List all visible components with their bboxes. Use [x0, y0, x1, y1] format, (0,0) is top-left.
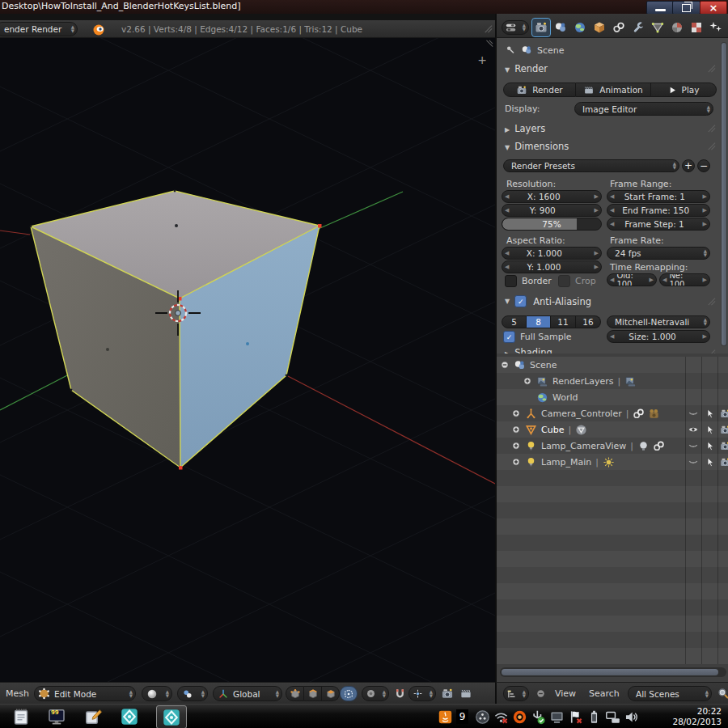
- orientation-select[interactable]: Global ▲▼: [213, 686, 282, 701]
- full-sample-checkbox[interactable]: ✓: [503, 331, 515, 343]
- outliner-item-renderlayers[interactable]: RenderLayers|: [497, 373, 728, 389]
- expander-minus-icon[interactable]: [500, 360, 510, 370]
- outliner-item-lamp_main[interactable]: Lamp_Main|: [497, 454, 728, 470]
- add-panel-handle[interactable]: +: [477, 54, 487, 66]
- animation-button[interactable]: Animation: [576, 83, 651, 97]
- tray-media-player-icon[interactable]: [475, 709, 490, 725]
- taskbar-app-blender[interactable]: [120, 707, 139, 726]
- pivot-select[interactable]: ▲▼: [177, 686, 208, 701]
- tray-network-icon[interactable]: [605, 709, 620, 725]
- resize-grip-icon[interactable]: [482, 23, 493, 33]
- opengl-render-icon[interactable]: [441, 688, 454, 700]
- crop-toggle[interactable]: Crop: [558, 275, 596, 287]
- layers-panel-grip-icon[interactable]: [705, 122, 716, 133]
- border-toggle[interactable]: Border: [505, 275, 552, 287]
- aa-samples-16-button[interactable]: 16: [576, 315, 601, 328]
- outliner-item-cube[interactable]: Cube|: [497, 421, 728, 438]
- aspect-x-field[interactable]: ◀X: 1.000▶: [502, 247, 602, 260]
- resolution-x-field[interactable]: ◀X: 1600▶: [502, 190, 602, 203]
- display-select[interactable]: Image Editor ▲▼: [574, 102, 713, 116]
- dimensions-panel-grip-icon[interactable]: [705, 140, 716, 150]
- full-sample-toggle[interactable]: ✓ Full Sample: [503, 331, 572, 343]
- minimize-button[interactable]: [646, 1, 675, 15]
- taskbar-clock[interactable]: 20:22 28/02/2013: [672, 706, 722, 727]
- aa-size-field[interactable]: ◀Size: 1.000▶: [607, 330, 710, 343]
- aa-filter-select[interactable]: Mitchell-Netravali ▲▼: [607, 315, 710, 328]
- breadcrumb[interactable]: Scene: [537, 45, 565, 56]
- layers-panel-header[interactable]: ▶Layers: [505, 123, 545, 134]
- render-presets-select[interactable]: Render Presets ▲▼: [503, 159, 679, 172]
- edge-select-button[interactable]: [304, 686, 322, 701]
- border-checkbox[interactable]: [505, 275, 517, 287]
- tray-wireless-error-icon[interactable]: [493, 709, 509, 725]
- render-panel-grip-icon[interactable]: [705, 62, 716, 73]
- outliner-editor-type-select[interactable]: ▲▼: [503, 686, 529, 701]
- outliner-hscrollbar[interactable]: [500, 667, 726, 677]
- tray-power-icon[interactable]: [586, 709, 602, 725]
- tab-modifiers[interactable]: [629, 19, 647, 36]
- outliner-view-menu[interactable]: View: [555, 688, 576, 699]
- expander-plus-icon[interactable]: [523, 376, 532, 386]
- viewport-3d[interactable]: +: [0, 38, 495, 682]
- close-button[interactable]: ×: [700, 1, 727, 15]
- taskbar-app-blender-active[interactable]: [156, 705, 187, 728]
- outliner-item-world[interactable]: World: [497, 389, 728, 405]
- editor-type-select[interactable]: ▲▼: [502, 20, 529, 35]
- tray-action-center-alert-icon[interactable]: [568, 709, 583, 725]
- renderable-toggle[interactable]: [720, 425, 728, 435]
- pin-icon[interactable]: [505, 44, 516, 56]
- tab-constraints[interactable]: [610, 19, 628, 36]
- aspect-y-field[interactable]: ◀Y: 1.000▶: [502, 260, 602, 273]
- expander-plus-icon[interactable]: [511, 457, 521, 467]
- outliner-search-icon[interactable]: [717, 687, 728, 700]
- snap-element-select[interactable]: ▲▼: [408, 686, 436, 701]
- taskbar-app-system-monitor[interactable]: 99: [47, 707, 66, 726]
- taskbar-app-notepad[interactable]: [11, 707, 31, 726]
- vertex-select-button[interactable]: [286, 686, 304, 701]
- maximize-button[interactable]: [672, 1, 700, 15]
- tab-world[interactable]: [571, 19, 589, 36]
- render-engine-select[interactable]: ender Render ▲▼: [0, 22, 78, 36]
- aa-panel-grip-icon[interactable]: [705, 295, 716, 306]
- renderable-toggle[interactable]: [720, 441, 728, 451]
- expander-plus-icon[interactable]: [511, 441, 521, 451]
- start-frame-field[interactable]: ◀Start Frame: 1▶: [607, 190, 710, 203]
- selectable-toggle[interactable]: [705, 441, 715, 451]
- properties-scrollbar[interactable]: [721, 42, 727, 346]
- tab-object-data[interactable]: [649, 19, 667, 36]
- render-panel-header[interactable]: ▼Render: [505, 63, 548, 74]
- scrollbar-thumb[interactable]: [722, 43, 726, 345]
- crop-checkbox[interactable]: [558, 275, 570, 287]
- tab-material[interactable]: [668, 19, 686, 36]
- shading-panel-header[interactable]: ▶Shading: [497, 346, 728, 353]
- outliner-item-scene[interactable]: Scene: [497, 357, 728, 373]
- aa-panel-header[interactable]: ▼ ✓ Anti-Aliasing: [505, 295, 591, 307]
- tab-render[interactable]: [532, 19, 550, 36]
- time-new-field[interactable]: ◀Ne: 100▶: [659, 273, 710, 286]
- preset-remove-button[interactable]: −: [697, 159, 710, 172]
- play-button[interactable]: Play: [651, 83, 717, 97]
- outliner-item-lamp_cameraview[interactable]: Lamp_CameraView|: [497, 438, 728, 454]
- tray-volume-icon[interactable]: [624, 709, 639, 725]
- outliner-search-menu[interactable]: Search: [589, 688, 620, 699]
- render-button[interactable]: Render: [503, 83, 576, 97]
- visibility-toggle[interactable]: [688, 424, 699, 435]
- frame-step-field[interactable]: ◀Frame Step: 1▶: [607, 218, 710, 231]
- tray-java-icon[interactable]: [438, 709, 453, 725]
- preset-add-button[interactable]: +: [682, 159, 695, 172]
- expander-plus-icon[interactable]: [511, 425, 521, 434]
- aa-samples-5-button[interactable]: 5: [502, 315, 527, 328]
- tray-usb-ok-icon[interactable]: [531, 709, 546, 725]
- occlude-toggle[interactable]: [340, 686, 358, 701]
- selectable-toggle[interactable]: [705, 457, 715, 468]
- mode-select[interactable]: Edit Mode ▲▼: [34, 686, 136, 701]
- end-frame-field[interactable]: ◀End Frame: 150▶: [607, 204, 710, 217]
- tray-counter-icon[interactable]: 9: [456, 709, 468, 724]
- resolution-percentage-slider[interactable]: 75%: [502, 218, 602, 231]
- aa-checkbox[interactable]: ✓: [514, 295, 527, 307]
- expander-plus-icon[interactable]: [511, 408, 521, 418]
- tab-object[interactable]: [590, 19, 608, 36]
- hscrollbar-thumb[interactable]: [502, 669, 718, 675]
- visibility-toggle[interactable]: [688, 440, 699, 451]
- tab-scene[interactable]: [552, 19, 569, 36]
